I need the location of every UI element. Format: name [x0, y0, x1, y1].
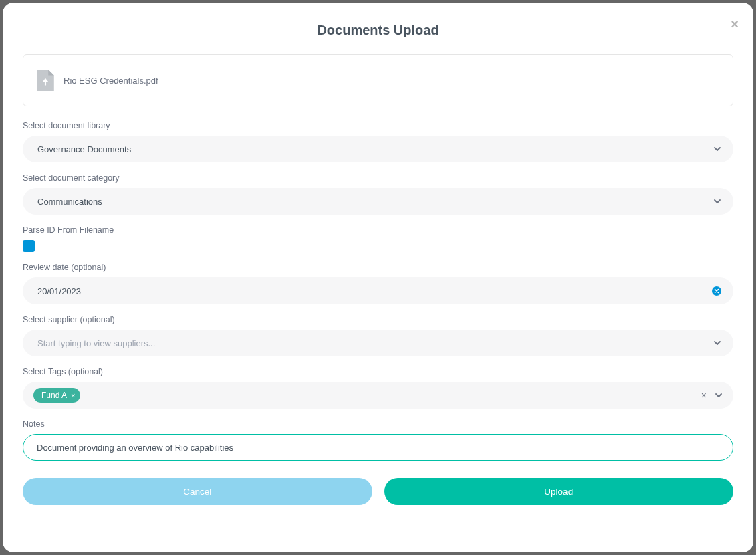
upload-modal: × Documents Upload Rio ESG Credentials.p…	[3, 3, 753, 552]
tag-chip-label: Fund A	[41, 391, 67, 400]
category-label: Select document category	[23, 173, 733, 183]
close-icon[interactable]: ×	[731, 17, 739, 31]
notes-label: Notes	[23, 419, 733, 429]
file-upload-icon	[37, 70, 54, 91]
modal-title: Documents Upload	[23, 23, 733, 38]
review-date-field: Review date (optional) 20/01/2023	[23, 263, 733, 304]
review-date-value: 20/01/2023	[37, 286, 81, 296]
supplier-field: Select supplier (optional) Start typing …	[23, 315, 733, 356]
notes-field: Notes	[23, 419, 733, 461]
tags-select[interactable]: Fund A × ×	[23, 382, 733, 409]
library-value: Governance Documents	[37, 144, 131, 154]
cancel-button[interactable]: Cancel	[23, 478, 372, 505]
review-date-input[interactable]: 20/01/2023	[23, 278, 733, 304]
upload-button[interactable]: Upload	[384, 478, 734, 505]
parse-id-label: Parse ID From Filename	[23, 225, 733, 235]
supplier-placeholder: Start typing to view suppliers...	[37, 338, 155, 348]
chevron-down-icon	[713, 145, 721, 153]
tags-field: Select Tags (optional) Fund A × ×	[23, 367, 733, 409]
tags-clear-icon[interactable]: ×	[701, 390, 707, 401]
chevron-down-icon	[713, 339, 721, 347]
library-field: Select document library Governance Docum…	[23, 121, 733, 162]
clear-date-icon[interactable]	[712, 286, 721, 296]
tags-label: Select Tags (optional)	[23, 367, 733, 376]
file-name-label: Rio ESG Credentials.pdf	[64, 76, 158, 86]
category-field: Select document category Communications	[23, 173, 733, 215]
selected-file-box: Rio ESG Credentials.pdf	[23, 54, 733, 106]
library-select[interactable]: Governance Documents	[23, 136, 733, 162]
supplier-label: Select supplier (optional)	[23, 315, 733, 324]
parse-id-checkbox[interactable]	[23, 240, 35, 252]
chevron-down-icon	[715, 391, 723, 399]
chevron-down-icon	[713, 197, 721, 205]
supplier-select[interactable]: Start typing to view suppliers...	[23, 330, 733, 356]
tag-remove-icon[interactable]: ×	[71, 391, 75, 399]
category-select[interactable]: Communications	[23, 188, 733, 215]
category-value: Communications	[37, 197, 102, 207]
tag-chip: Fund A ×	[33, 388, 80, 403]
button-row: Cancel Upload	[23, 478, 733, 505]
review-date-label: Review date (optional)	[23, 263, 733, 272]
library-label: Select document library	[23, 121, 733, 130]
notes-input[interactable]	[23, 434, 733, 461]
parse-id-field: Parse ID From Filename	[23, 225, 733, 252]
